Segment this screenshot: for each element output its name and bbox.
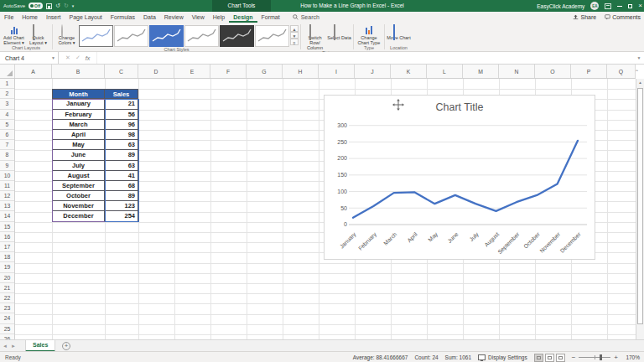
row-header-8[interactable]: 8 <box>0 150 14 160</box>
switch-row-column-button[interactable]: Switch Row/ Column <box>303 23 327 50</box>
sheet-tab-sales[interactable]: Sales <box>25 340 55 352</box>
row-header-7[interactable]: 7 <box>0 140 14 150</box>
menu-tab-data[interactable]: Data <box>139 12 160 23</box>
minimize-icon[interactable] <box>617 6 622 7</box>
cell-month[interactable]: August <box>52 171 105 181</box>
add-chart-element-button[interactable]: Add Chart Element ▾ <box>2 23 26 45</box>
zoom-slider[interactable] <box>579 357 610 358</box>
gallery-down-icon[interactable]: ▼ <box>290 32 299 39</box>
column-header-P[interactable]: P <box>571 65 607 78</box>
row-header-3[interactable]: 3 <box>0 99 14 109</box>
zoom-in-icon[interactable]: + <box>614 354 618 361</box>
column-header-G[interactable]: G <box>247 65 283 78</box>
column-header-O[interactable]: O <box>535 65 571 78</box>
row-header-19[interactable]: 19 <box>0 262 14 272</box>
menu-tab-help[interactable]: Help <box>209 12 229 23</box>
gallery-more-icon[interactable]: ≡ <box>290 39 299 45</box>
column-header-K[interactable]: K <box>391 65 427 78</box>
select-all-corner[interactable] <box>0 65 15 78</box>
share-button[interactable]: Share <box>573 14 596 20</box>
ribbon-display-options-icon[interactable] <box>605 3 611 9</box>
row-header-12[interactable]: 12 <box>0 191 14 201</box>
page-break-view-icon[interactable] <box>556 354 565 362</box>
table-header-month[interactable]: Month <box>52 89 105 99</box>
column-header-C[interactable]: C <box>105 65 138 78</box>
row-header-13[interactable]: 13 <box>0 201 14 211</box>
chart-style-thumb-5[interactable] <box>220 25 254 47</box>
vertical-scroll-thumb[interactable] <box>637 88 643 324</box>
menu-tab-design[interactable]: Design <box>229 12 257 23</box>
customize-qat-icon[interactable]: ▾ <box>72 0 75 12</box>
row-header-6[interactable]: 6 <box>0 130 14 140</box>
menu-tab-page-layout[interactable]: Page Layout <box>65 12 106 23</box>
zoom-level[interactable]: 170% <box>625 354 640 360</box>
display-settings-button[interactable]: Display Settings <box>478 354 527 360</box>
column-header-I[interactable]: I <box>319 65 355 78</box>
chart[interactable]: 050100150200250300JanuaryFebruaryMarchAp… <box>324 95 595 260</box>
column-header-D[interactable]: D <box>138 65 174 78</box>
column-header-F[interactable]: F <box>210 65 247 78</box>
close-icon[interactable]: × <box>638 0 642 12</box>
cell-sales[interactable]: 63 <box>105 161 138 171</box>
row-header-11[interactable]: 11 <box>0 181 14 191</box>
cell-month[interactable]: October <box>52 191 105 201</box>
chart-style-thumb-6[interactable] <box>255 25 289 47</box>
restore-icon[interactable] <box>628 4 632 8</box>
column-header-A[interactable]: A <box>15 65 52 78</box>
sheet-grid[interactable]: 1234567891011121314151617181920212223242… <box>0 79 636 339</box>
row-header-16[interactable]: 16 <box>0 232 14 242</box>
cell-sales[interactable]: 56 <box>105 110 138 120</box>
zoom-out-icon[interactable]: − <box>572 354 576 361</box>
change-chart-type-button[interactable]: Change Chart Type <box>356 23 382 45</box>
row-header-25[interactable]: 25 <box>0 324 14 334</box>
cell-month[interactable]: November <box>52 201 105 211</box>
row-header-21[interactable]: 21 <box>0 283 14 293</box>
row-header-20[interactable]: 20 <box>0 273 14 283</box>
row-header-24[interactable]: 24 <box>0 313 14 323</box>
cell-sales[interactable]: 98 <box>105 130 138 140</box>
row-header-22[interactable]: 22 <box>0 293 14 303</box>
chart-style-thumb-2[interactable] <box>114 25 148 47</box>
menu-tab-insert[interactable]: Insert <box>42 12 65 23</box>
row-header-1[interactable]: 1 <box>0 79 14 89</box>
cell-month[interactable]: April <box>52 130 105 140</box>
row-header-23[interactable]: 23 <box>0 303 14 313</box>
page-layout-view-icon[interactable] <box>545 354 554 362</box>
column-header-M[interactable]: M <box>463 65 499 78</box>
formula-bar-expand-icon[interactable]: ▼ <box>634 52 644 64</box>
menu-tab-format[interactable]: Format <box>257 12 284 23</box>
cell-sales[interactable]: 41 <box>105 171 138 181</box>
sheet-nav-left-icon[interactable]: ◄ <box>3 344 8 349</box>
row-header-9[interactable]: 9 <box>0 161 14 171</box>
undo-icon[interactable]: ↺ <box>55 0 60 12</box>
cell-sales[interactable]: 68 <box>105 181 138 191</box>
quick-layout-button[interactable]: Quick Layout ▾ <box>26 23 50 45</box>
column-header-J[interactable]: J <box>355 65 391 78</box>
menu-tab-view[interactable]: View <box>188 12 209 23</box>
chart-style-thumb-1[interactable] <box>79 25 113 47</box>
cell-month[interactable]: May <box>52 140 105 150</box>
column-header-N[interactable]: N <box>499 65 535 78</box>
gallery-up-icon[interactable]: ▲ <box>290 25 299 32</box>
row-header-2[interactable]: 2 <box>0 89 14 99</box>
cell-sales[interactable]: 63 <box>105 140 138 150</box>
row-header-5[interactable]: 5 <box>0 120 14 130</box>
menu-tab-formulas[interactable]: Formulas <box>106 12 139 23</box>
cell-sales[interactable]: 21 <box>105 99 138 109</box>
vertical-scrollbar[interactable]: ▲ <box>636 79 644 339</box>
cell-sales[interactable]: 96 <box>105 120 138 130</box>
cell-month[interactable]: January <box>52 99 105 109</box>
sheet-nav-right-icon[interactable]: ► <box>11 344 16 349</box>
column-header-B[interactable]: B <box>52 65 105 78</box>
insert-function-icon[interactable]: fx <box>86 55 90 61</box>
cell-month[interactable]: March <box>52 120 105 130</box>
column-header-Q[interactable]: Q <box>607 65 636 78</box>
move-chart-button[interactable]: Move Chart <box>387 23 411 40</box>
row-header-17[interactable]: 17 <box>0 242 14 252</box>
name-box[interactable]: Chart 4 ▼ <box>0 52 59 64</box>
cell-sales[interactable]: 89 <box>105 150 138 160</box>
row-header-14[interactable]: 14 <box>0 211 14 221</box>
column-header-L[interactable]: L <box>427 65 463 78</box>
autosave-toggle[interactable]: Off <box>29 3 43 9</box>
zoom-slider-thumb[interactable] <box>600 354 602 360</box>
